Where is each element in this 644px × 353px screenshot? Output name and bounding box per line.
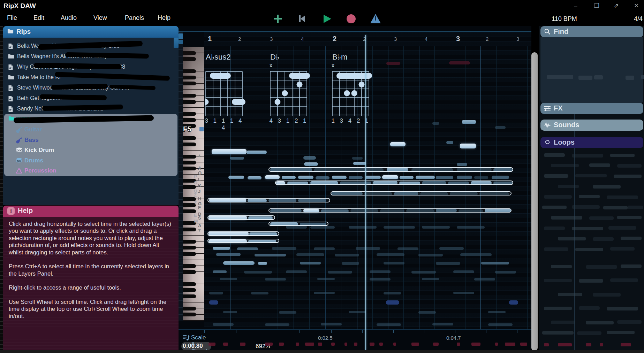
note[interactable] [321,323,342,325]
note-selection[interactable] [207,215,275,220]
note[interactable] [328,271,352,274]
note[interactable] [416,176,435,179]
note[interactable] [390,142,406,146]
warning-button[interactable] [370,13,381,24]
selected-rip-group[interactable]: Will It Go Round In Circles Eddie Blue L… [4,114,177,176]
scroll-down-icon[interactable]: ▼ [197,227,202,233]
layer-item-kick-drum[interactable]: Kick Drum [4,146,177,155]
note[interactable] [255,254,286,256]
note[interactable] [457,226,485,229]
vertical-scrollbar[interactable] [531,52,538,351]
note[interactable] [298,176,313,179]
piano-key-black[interactable] [183,288,196,292]
note[interactable] [314,247,335,250]
note[interactable] [216,253,241,256]
piano-key-black[interactable] [183,282,196,286]
note[interactable] [422,226,450,229]
note[interactable] [244,271,272,274]
note[interactable] [370,278,391,281]
note[interactable] [332,176,347,179]
note[interactable] [353,162,366,165]
note[interactable] [300,262,321,264]
note[interactable] [386,300,399,305]
nav-strip[interactable] [179,32,183,321]
note[interactable] [384,262,404,264]
note-selection[interactable] [268,208,512,213]
note[interactable] [495,126,506,129]
note[interactable] [279,311,296,314]
note[interactable] [247,151,267,154]
piano-key-black[interactable] [183,228,196,231]
piano-key-black[interactable] [183,252,196,256]
note[interactable] [265,175,280,179]
add-button[interactable] [272,13,284,24]
note[interactable] [213,270,227,273]
note[interactable] [377,253,404,256]
note[interactable] [457,163,467,166]
note[interactable] [384,292,401,294]
menu-item-view[interactable]: View [93,14,107,22]
note-selection[interactable] [275,181,513,185]
note-canvas[interactable]: 12342234323 F5ÄÖLKJHGFDSA'POUZTEW▲▼ A♭su… [179,26,531,353]
note[interactable] [303,156,316,160]
note[interactable] [286,270,307,273]
note[interactable] [286,226,307,229]
piano-key-black[interactable] [183,69,196,73]
panel-header-fx[interactable]: FX [540,103,643,114]
time-signature-display[interactable]: 4/4 [626,15,643,23]
note[interactable] [356,247,380,250]
note[interactable] [460,253,492,256]
note[interactable] [397,247,418,250]
menu-item-file[interactable]: File [7,14,17,22]
note[interactable] [248,176,262,179]
piano-key-black[interactable] [183,57,196,61]
note[interactable] [223,261,255,265]
note[interactable] [223,311,237,313]
piano-key-black[interactable] [183,136,196,140]
scroll-up-icon[interactable]: ▲ [197,153,202,158]
note-selection[interactable] [331,191,512,195]
record-button[interactable] [345,13,357,24]
note[interactable] [335,254,359,256]
help-panel-header[interactable]: i Help [3,206,179,217]
note[interactable] [317,278,335,280]
note[interactable] [495,271,516,274]
note[interactable] [439,247,464,250]
note[interactable] [446,141,453,144]
note[interactable] [474,176,488,179]
note[interactable] [349,226,377,229]
panel-header-find[interactable]: Find [540,26,643,37]
note[interactable] [220,278,237,280]
piano-key-black[interactable] [183,100,196,104]
piano-key-black[interactable] [183,155,196,159]
menu-item-edit[interactable]: Edit [33,14,44,22]
note[interactable] [509,300,518,305]
menu-item-panels[interactable]: Panels [125,14,144,22]
note[interactable] [418,311,436,314]
note[interactable] [272,247,296,250]
note[interactable] [386,62,400,65]
note[interactable] [453,292,474,294]
resize-button[interactable]: ⇗ [612,3,620,9]
note[interactable] [314,292,335,294]
note[interactable] [365,176,381,179]
note[interactable] [212,149,247,154]
piano-key-black[interactable] [183,143,196,146]
skip-start-button[interactable] [296,13,308,24]
note[interactable] [492,176,509,179]
rips-scrollbar[interactable] [174,38,179,48]
note[interactable] [258,262,267,265]
note[interactable] [400,176,414,179]
maximize-button[interactable]: ❐ [593,3,600,9]
piano-key-black[interactable] [183,118,196,122]
note[interactable] [282,176,296,179]
note[interactable] [436,262,460,265]
note[interactable] [228,176,244,179]
piano-key-black[interactable] [183,270,196,274]
piano-key-black[interactable] [183,294,196,298]
note[interactable] [481,262,509,264]
note[interactable] [436,176,453,179]
panel-header-sounds[interactable]: Sounds [540,120,643,131]
note[interactable] [488,311,506,313]
menu-item-help[interactable]: Help [158,14,171,22]
